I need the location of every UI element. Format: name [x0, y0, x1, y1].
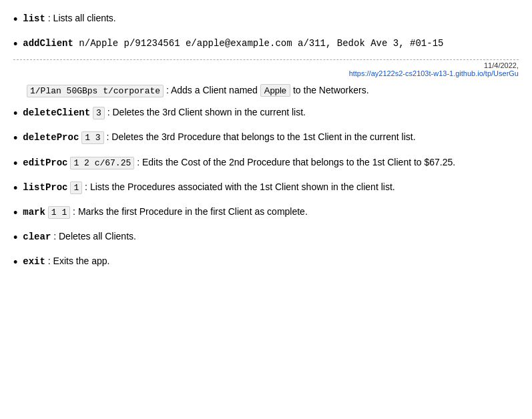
list-command-item: list : Lists all clients.: [23, 11, 519, 26]
deleteclient-list-item: • deleteClient 3 : Deletes the 3rd Clien…: [13, 104, 519, 123]
apple-highlight: Apple: [260, 84, 290, 97]
deleteproc-list-item: • deleteProc 1 3 : Deletes the 3rd Proce…: [13, 129, 519, 148]
editproc-description: : Edits the Cost of the 2nd Procedure th…: [134, 157, 455, 167]
listproc-list-item: • listProc 1 : Lists the Procedures asso…: [13, 179, 519, 198]
bullet-deleteproc: •: [13, 130, 17, 147]
divider-section: 11/4/2022, https://ay2122s2-cs2103t-w13-…: [13, 59, 519, 77]
exit-description: : Exits the app.: [45, 256, 110, 266]
editproc-command-item: editProc 1 2 c/67.25 : Edits the Cost of…: [23, 155, 519, 170]
deleteclient-description: : Deletes the 3rd Client shown in the cu…: [105, 107, 306, 117]
editproc-code: 1 2 c/67.25: [70, 157, 134, 169]
addclient-command-item: addClient n/Apple p/91234561 e/apple@exa…: [23, 36, 519, 51]
mark-command-item: mark 1 1 : Marks the first Procedure in …: [23, 205, 519, 220]
editproc-list-item: • editProc 1 2 c/67.25 : Edits the Cost …: [13, 154, 519, 173]
addclient-list-item: • addClient n/Apple p/91234561 e/apple@e…: [13, 35, 519, 54]
deleteproc-command-item: deleteProc 1 3 : Deletes the 3rd Procedu…: [23, 130, 519, 145]
clear-description: : Deletes all Clients.: [51, 231, 136, 242]
clear-list-item: • clear : Deletes all Clients.: [13, 228, 519, 248]
mark-code: 1 1: [48, 206, 70, 219]
editproc-keyword: editProc: [23, 157, 67, 168]
addclient-keyword: addClient: [23, 38, 73, 49]
deleteclient-command-item: deleteClient 3 : Deletes the 3rd Client …: [23, 105, 519, 120]
listproc-code: 1: [70, 181, 82, 194]
addclient-detail-suffix: to the Networkers.: [290, 85, 369, 95]
bullet-listproc: •: [13, 180, 17, 197]
divider-link[interactable]: https://ay2122s2-cs2103t-w13-1.github.io…: [349, 69, 519, 77]
bullet-deleteclient: •: [13, 105, 17, 122]
deleteproc-code: 1 3: [81, 131, 103, 144]
deleteclient-code: 3: [93, 107, 105, 119]
main-content: • list : Lists all clients. • addClient …: [13, 7, 519, 281]
deleteproc-description: : Deletes the 3rd Procedure that belongs…: [104, 131, 416, 142]
divider-meta: 11/4/2022, https://ay2122s2-cs2103t-w13-…: [13, 61, 519, 77]
divider-date: 11/4/2022,: [484, 61, 519, 69]
list-description: : Lists all clients.: [45, 13, 116, 23]
list-item: • list : Lists all clients.: [13, 10, 519, 29]
bullet-editproc: •: [13, 155, 17, 172]
bullet-addclient: •: [13, 36, 17, 53]
list-keyword: list: [23, 13, 45, 24]
exit-keyword: exit: [23, 256, 45, 267]
deleteproc-keyword: deleteProc: [23, 132, 79, 143]
clear-command-item: clear : Deletes all Clients.: [23, 230, 519, 244]
mark-keyword: mark: [23, 207, 45, 218]
addclient-args: n/Apple p/91234561 e/apple@example.com a…: [73, 38, 444, 49]
exit-command-item: exit : Exits the app.: [23, 254, 519, 269]
mark-list-item: • mark 1 1 : Marks the first Procedure i…: [13, 203, 519, 223]
listproc-description: : Lists the Procedures associated with t…: [82, 181, 394, 192]
exit-list-item: • exit : Exits the app.: [13, 253, 519, 272]
addclient-detail-middle: : Adds a Client named: [164, 85, 260, 95]
bullet-clear: •: [13, 230, 17, 246]
bullet-list: •: [13, 11, 17, 28]
addclient-detail-prefix: 1/Plan 50GBps t/corporate: [27, 85, 164, 97]
listproc-keyword: listProc: [23, 182, 67, 193]
listproc-command-item: listProc 1 : Lists the Procedures associ…: [23, 180, 519, 195]
bullet-exit: •: [13, 254, 17, 271]
bullet-mark: •: [13, 205, 17, 222]
mark-description: : Marks the first Procedure in the first…: [70, 206, 308, 217]
addclient-detail-line: 1/Plan 50GBps t/corporate : Adds a Clien…: [27, 83, 519, 99]
clear-keyword: clear: [23, 232, 51, 242]
deleteclient-keyword: deleteClient: [23, 107, 90, 118]
